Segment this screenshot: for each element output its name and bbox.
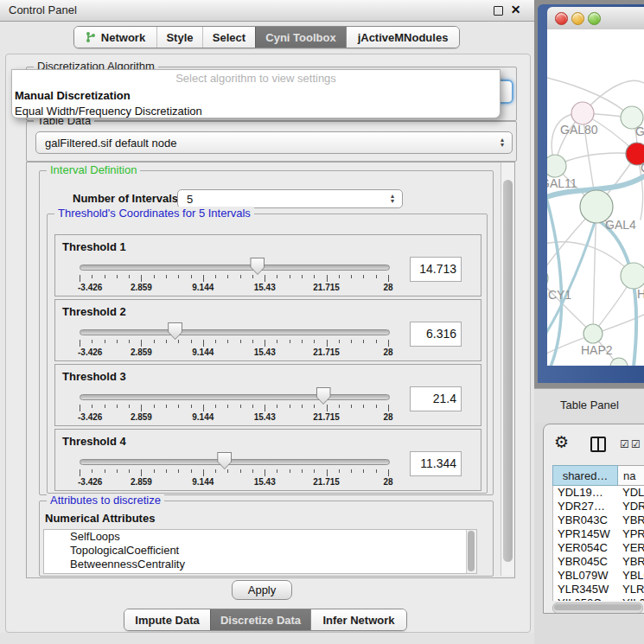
float-window-icon[interactable] (494, 6, 503, 16)
cell-shared-name[interactable]: YBR045C (553, 555, 617, 569)
table-row[interactable]: YBL079WYBL0 (553, 569, 644, 583)
cell-shared-name[interactable]: YLR345W (553, 583, 617, 596)
settings-gear-icon[interactable]: ⚙ (554, 434, 569, 451)
checkbox-icon[interactable]: ☑ (620, 438, 629, 450)
tick-mark (203, 405, 204, 411)
control-panel-window: Control Panel ✕ Network Style Select Cyn… (0, 0, 534, 633)
scrollbar-thumb[interactable] (503, 180, 513, 562)
threshold-value-field[interactable]: 11.344 (410, 451, 462, 476)
network-window-titlebar[interactable] (547, 7, 644, 30)
popup-item-manual-discretization[interactable]: Manual Discretization (12, 88, 500, 104)
tab-select[interactable]: Select (202, 27, 255, 48)
zoom-traffic-light-icon[interactable] (588, 12, 601, 25)
tab-impute-data[interactable]: Impute Data (124, 609, 210, 630)
slider-track[interactable] (80, 394, 390, 400)
table-row[interactable]: YLR345WYLR3 (553, 583, 644, 596)
cell-name[interactable]: YBR0 (617, 555, 644, 569)
network-edge[interactable] (555, 153, 637, 166)
tab-cyni-toolbox[interactable]: Cyni Toolbox (255, 27, 346, 48)
scrollbar-thumb[interactable] (468, 531, 475, 571)
close-traffic-light-icon[interactable] (555, 12, 568, 25)
minimize-traffic-light-icon[interactable] (571, 12, 584, 25)
tick-mark (129, 275, 130, 278)
slider-track[interactable] (80, 265, 390, 271)
network-node[interactable] (547, 268, 548, 289)
cell-name[interactable]: YBR0 (617, 513, 644, 527)
cell-name[interactable]: YDR2 (617, 500, 644, 513)
network-node[interactable] (583, 324, 603, 343)
tick-mark (265, 405, 265, 411)
slider-handle[interactable] (250, 258, 265, 275)
slider-handle[interactable] (316, 387, 331, 405)
table-row[interactable]: YDL19…YDL1 (553, 486, 644, 500)
network-view-window: GAL80GACGAL11GAL4GCY1HHAP2 (538, 4, 644, 383)
close-window-icon[interactable]: ✕ (509, 3, 522, 16)
tick-mark (92, 405, 92, 408)
apply-button[interactable]: Apply (232, 580, 292, 600)
table-row[interactable]: YIL052CYIL0 (553, 596, 644, 601)
threshold-value-field[interactable]: 14.713 (410, 257, 462, 282)
tick-mark (252, 340, 253, 343)
cell-name[interactable]: YIL0 (617, 596, 644, 601)
slider-handle[interactable] (217, 452, 232, 469)
checkbox-icon[interactable]: ☑ (631, 438, 641, 450)
network-edge[interactable] (547, 178, 562, 366)
cell-shared-name[interactable]: YDL19… (553, 486, 617, 500)
cell-name[interactable]: YDL1 (617, 486, 644, 500)
cell-name[interactable]: YBL0 (617, 569, 644, 583)
vertical-scrollbar[interactable] (501, 163, 514, 576)
tick-mark (376, 275, 377, 278)
table-row[interactable]: YDR27…YDR2 (553, 500, 644, 513)
table-data-combobox[interactable]: galFiltered.sif default node ▴▾ (35, 131, 513, 154)
cell-shared-name[interactable]: YBR043C (553, 513, 617, 527)
tab-infer-network[interactable]: Infer Network (310, 609, 406, 630)
table-row[interactable]: YER054CYER0 (553, 541, 644, 555)
table-row[interactable]: YBR043CYBR0 (553, 513, 644, 527)
network-node[interactable] (621, 263, 644, 289)
network-node[interactable] (547, 155, 566, 177)
tick-label: 9.144 (192, 348, 214, 357)
slider-track[interactable] (80, 459, 390, 465)
list-item[interactable]: SelfLoops (44, 530, 476, 544)
tick-label: 28 (383, 283, 392, 292)
cell-shared-name[interactable]: YER054C (553, 541, 617, 555)
table-panel-titlebar[interactable]: Table Panel (534, 388, 644, 422)
list-vertical-scrollbar[interactable] (466, 530, 476, 573)
threshold-label: Threshold 3 (62, 370, 126, 383)
control-panel-titlebar[interactable]: Control Panel ✕ (0, 0, 534, 22)
cell-shared-name[interactable]: YPR145W (553, 527, 617, 541)
network-canvas[interactable]: GAL80GACGAL11GAL4GCY1HHAP2 (547, 29, 644, 366)
tick-mark (166, 469, 167, 473)
slider-handle[interactable] (168, 322, 182, 340)
cell-name[interactable]: YLR3 (617, 583, 644, 596)
tick-mark (203, 275, 204, 282)
cell-shared-name[interactable]: YIL052C (553, 596, 617, 601)
column-header-name[interactable]: na (618, 465, 644, 486)
tab-discretize-data[interactable]: Discretize Data (210, 609, 310, 630)
threshold-value-field[interactable]: 6.316 (410, 322, 462, 347)
table-row[interactable]: YBR045CYBR0 (553, 555, 644, 569)
cell-shared-name[interactable]: YDR27… (553, 500, 617, 513)
list-item[interactable]: BetweennessCentrality (44, 558, 476, 571)
tick-mark (191, 469, 192, 473)
num-intervals-combobox[interactable]: 5 ▴▾ (177, 189, 403, 208)
network-node[interactable] (571, 102, 594, 124)
list-item[interactable]: TopologicalCoefficient (44, 544, 476, 558)
cell-name[interactable]: YER0 (617, 541, 644, 555)
scrollbar-thumb[interactable] (554, 604, 641, 610)
popup-item-equal-width-frequency[interactable]: Equal Width/Frequency Discretization (12, 104, 500, 119)
tick-label: 2.859 (131, 283, 152, 292)
tab-jactivemnodules[interactable]: jActiveMNodules (346, 27, 459, 48)
table-row[interactable]: YPR145WYPR1 (553, 527, 644, 541)
tick-mark (302, 405, 303, 408)
tick-mark (215, 340, 216, 343)
horizontal-scrollbar[interactable] (552, 603, 643, 614)
column-header-shared-name[interactable]: shared… (552, 465, 618, 486)
tab-style[interactable]: Style (156, 27, 202, 48)
cell-shared-name[interactable]: YBL079W (553, 569, 617, 583)
threshold-value-field[interactable]: 21.4 (410, 386, 462, 411)
cell-name[interactable]: YPR1 (617, 527, 644, 541)
split-columns-icon[interactable] (590, 437, 606, 452)
slider-track[interactable] (80, 329, 390, 335)
tab-network[interactable]: Network (74, 27, 156, 48)
